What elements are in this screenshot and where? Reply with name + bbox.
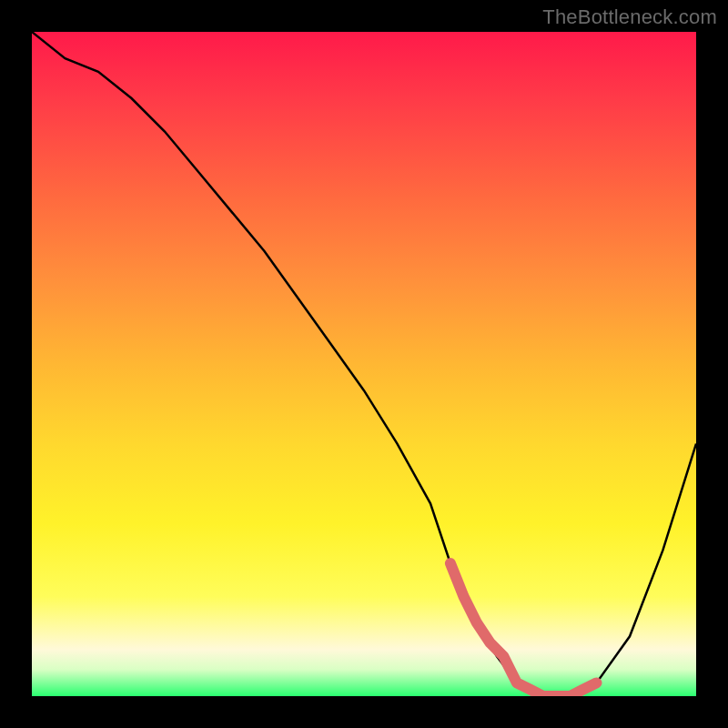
highlight-segment <box>450 563 597 696</box>
chart-plot-area <box>32 32 696 696</box>
bottleneck-curve <box>32 32 696 696</box>
chart-svg <box>32 32 696 696</box>
watermark-label: TheBottleneck.com <box>542 5 717 29</box>
chart-frame: TheBottleneck.com <box>0 0 728 728</box>
